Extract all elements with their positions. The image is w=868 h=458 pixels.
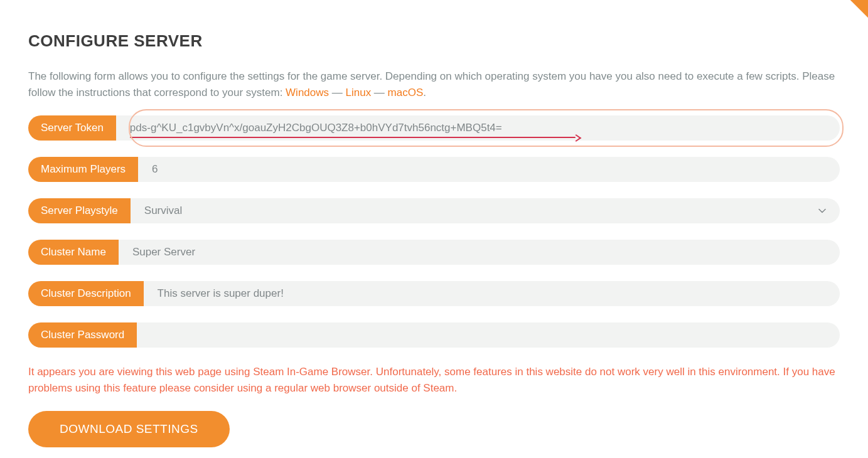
max-players-label: Maximum Players <box>28 157 138 182</box>
max-players-row: Maximum Players <box>28 157 840 182</box>
page-title: CONFIGURE SERVER <box>28 31 840 51</box>
cluster-password-label: Cluster Password <box>28 322 137 348</box>
server-token-input-wrap <box>116 115 840 141</box>
max-players-input[interactable] <box>152 163 826 176</box>
playstyle-value: Survival <box>144 205 813 217</box>
download-settings-button[interactable]: DOWNLOAD SETTINGS <box>28 411 230 447</box>
cluster-description-row: Cluster Description <box>28 281 840 306</box>
separator: — <box>371 87 387 99</box>
macos-link[interactable]: macOS <box>388 87 424 99</box>
playstyle-select-wrap[interactable]: Survival <box>131 198 840 223</box>
separator: — <box>329 87 345 99</box>
cluster-description-input[interactable] <box>158 287 826 300</box>
steam-browser-warning: It appears you are viewing this web page… <box>28 364 840 396</box>
cluster-password-row: Cluster Password <box>28 322 840 348</box>
cluster-password-input-wrap <box>137 322 840 348</box>
configure-server-form: CONFIGURE SERVER The following form allo… <box>28 31 840 447</box>
server-token-label: Server Token <box>28 115 116 141</box>
period: . <box>423 87 426 99</box>
description-intro: The following form allows you to configu… <box>28 70 835 99</box>
cluster-name-label: Cluster Name <box>28 240 119 265</box>
playstyle-label: Server Playstyle <box>28 198 131 223</box>
cluster-name-input-wrap <box>119 240 840 265</box>
underline-annotation <box>130 137 576 138</box>
linux-link[interactable]: Linux <box>346 87 372 99</box>
windows-link[interactable]: Windows <box>286 87 329 99</box>
server-token-input[interactable] <box>130 122 826 134</box>
corner-decoration <box>850 0 868 18</box>
server-token-row: Server Token <box>28 115 840 141</box>
playstyle-row: Server Playstyle Survival <box>28 198 840 223</box>
cluster-password-input[interactable] <box>151 329 826 341</box>
description-text: The following form allows you to configu… <box>28 68 840 100</box>
cluster-name-row: Cluster Name <box>28 240 840 265</box>
chevron-down-icon <box>818 206 826 215</box>
cluster-description-input-wrap <box>144 281 840 306</box>
max-players-input-wrap <box>138 157 840 182</box>
cluster-name-input[interactable] <box>132 246 826 258</box>
cluster-description-label: Cluster Description <box>28 281 144 306</box>
